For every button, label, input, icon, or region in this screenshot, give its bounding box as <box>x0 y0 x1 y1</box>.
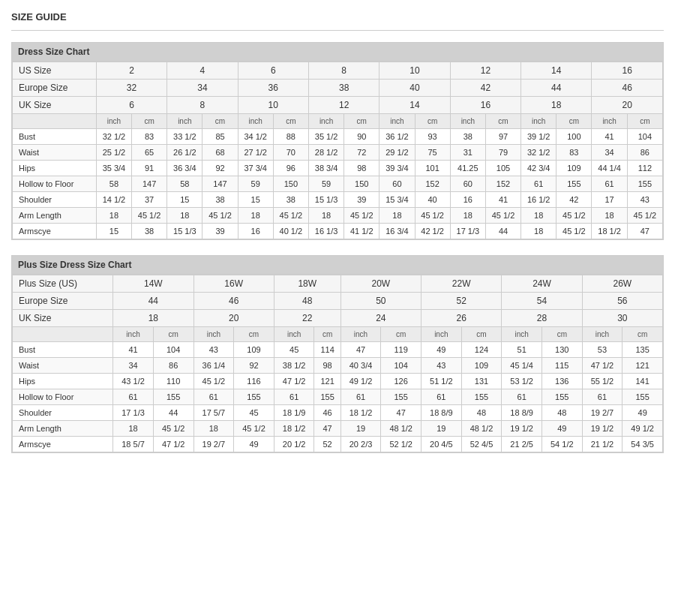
measurement-label: Bust <box>13 342 113 358</box>
unit-header: cm <box>314 327 340 342</box>
measurement-cell: 61 <box>502 389 542 405</box>
measurement-cell: 31 <box>450 145 485 161</box>
unit-header: cm <box>415 114 450 129</box>
unit-header: inch <box>340 327 381 342</box>
measurement-cell: 48 1/2 <box>461 421 502 437</box>
measurement-cell: 155 <box>622 389 663 405</box>
uk-size-cell: 20 <box>592 97 663 114</box>
uk-size-cell: 16 <box>450 97 520 114</box>
europe-size-cell: 44 <box>113 293 194 310</box>
unit-header: inch <box>238 114 273 129</box>
regular-table-header: Dress Size Chart <box>12 43 663 62</box>
measurement-cell: 15 <box>96 224 131 239</box>
measurement-cell: 101 <box>415 161 450 176</box>
uk-size-cell: 24 <box>340 310 421 327</box>
unit-header: inch <box>274 327 314 342</box>
measurement-cell: 61 <box>582 389 622 405</box>
measurement-cell: 18 <box>450 208 485 224</box>
measurement-cell: 40 1/2 <box>273 224 308 239</box>
measurement-cell: 37 3/4 <box>238 161 273 176</box>
measurement-cell: 16 1/3 <box>308 224 344 239</box>
measurement-cell: 45 1/2 <box>556 224 592 239</box>
measurement-cell: 20 2/3 <box>340 437 381 452</box>
measurement-cell: 18 <box>238 208 273 224</box>
measurement-cell: 45 <box>234 405 274 421</box>
us-size-cell: 14 <box>521 62 592 80</box>
uk-size-cell: 12 <box>308 97 379 114</box>
measurement-cell: 48 1/2 <box>381 421 422 437</box>
measurement-cell: 41 <box>485 192 520 208</box>
measurement-cell: 61 <box>521 176 556 192</box>
unit-header: inch <box>450 114 485 129</box>
measurement-cell: 86 <box>627 145 662 161</box>
measurement-cell: 45 1/2 <box>415 208 450 224</box>
measurement-cell: 21 2/5 <box>502 437 542 452</box>
us-size-cell: 4 <box>167 62 238 80</box>
measurement-cell: 45 1/2 <box>194 374 234 389</box>
measurement-label: Hips <box>13 161 97 176</box>
measurement-cell: 48 <box>461 405 502 421</box>
measurement-cell: 152 <box>485 176 520 192</box>
measurement-cell: 21 1/2 <box>582 437 622 452</box>
measurement-cell: 45 1/2 <box>234 421 274 437</box>
measurement-cell: 38 3/4 <box>308 161 344 176</box>
measurement-cell: 53 <box>582 342 622 358</box>
measurement-cell: 20 1/2 <box>274 437 314 452</box>
measurement-label: Bust <box>13 129 97 145</box>
measurement-cell: 15 <box>167 192 202 208</box>
measurement-cell: 16 1/2 <box>521 192 556 208</box>
unit-header: cm <box>132 114 167 129</box>
measurement-cell: 47 <box>314 421 340 437</box>
unit-header: cm <box>461 327 502 342</box>
measurement-cell: 35 3/4 <box>96 161 131 176</box>
europe-size-cell: 50 <box>340 293 421 310</box>
measurement-label: Armscye <box>13 224 97 239</box>
measurement-cell: 93 <box>415 129 450 145</box>
measurement-cell: 36 1/4 <box>194 358 234 374</box>
measurement-cell: 105 <box>485 161 520 176</box>
measurement-cell: 52 <box>314 437 340 452</box>
measurement-cell: 121 <box>314 374 340 389</box>
measurement-cell: 41.25 <box>450 161 485 176</box>
measurement-cell: 19 1/2 <box>582 421 622 437</box>
unit-header: inch <box>167 114 202 129</box>
measurement-cell: 15 <box>238 192 273 208</box>
measurement-cell: 16 <box>450 192 485 208</box>
measurement-cell: 109 <box>461 358 502 374</box>
europe-size-cell: 48 <box>274 293 340 310</box>
uk-size-cell: 20 <box>194 310 274 327</box>
measurement-cell: 114 <box>314 342 340 358</box>
measurement-cell: 135 <box>622 342 663 358</box>
measurement-cell: 29 1/2 <box>380 145 415 161</box>
measurement-cell: 54 1/2 <box>542 437 582 452</box>
measurement-cell: 41 <box>113 342 154 358</box>
measurement-cell: 39 3/4 <box>380 161 415 176</box>
measurement-cell: 43 <box>627 192 662 208</box>
measurement-cell: 19 1/2 <box>502 421 542 437</box>
uk-size-cell: 22 <box>274 310 340 327</box>
measurement-cell: 75 <box>415 145 450 161</box>
measurement-cell: 53 1/2 <box>502 374 542 389</box>
measurement-cell: 61 <box>340 389 381 405</box>
measurement-cell: 155 <box>627 176 662 192</box>
measurement-cell: 33 1/2 <box>167 129 202 145</box>
measurement-cell: 104 <box>627 129 662 145</box>
measurement-label: Shoulder <box>13 192 97 208</box>
us-size-cell: 20W <box>340 275 421 293</box>
measurement-cell: 58 <box>167 176 202 192</box>
us-size-label: Plus Size (US) <box>13 275 113 293</box>
measurement-cell: 18 1/2 <box>592 224 627 239</box>
measurement-cell: 59 <box>238 176 273 192</box>
measurement-cell: 61 <box>113 389 154 405</box>
measurement-cell: 17 1/3 <box>113 405 154 421</box>
measurement-cell: 152 <box>415 176 450 192</box>
us-size-label: US Size <box>13 62 97 80</box>
measurement-cell: 115 <box>542 358 582 374</box>
measurement-cell: 109 <box>234 342 274 358</box>
measurement-cell: 47 1/2 <box>582 358 622 374</box>
measurement-cell: 44 1/4 <box>592 161 627 176</box>
measurement-cell: 119 <box>381 342 422 358</box>
measurement-cell: 49 <box>622 405 663 421</box>
measurement-cell: 42 <box>556 192 592 208</box>
uk-size-cell: 14 <box>380 97 450 114</box>
